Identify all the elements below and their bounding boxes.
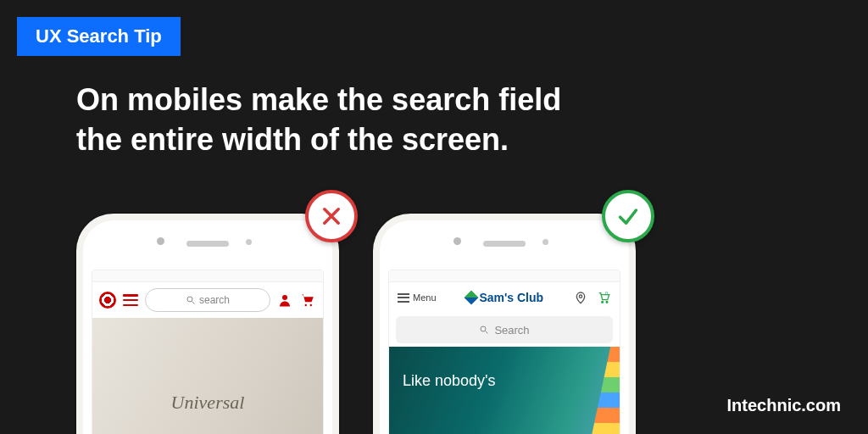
cart-icon[interactable]: 0	[596, 291, 611, 304]
svg-text:0: 0	[605, 291, 608, 296]
status-bar	[92, 270, 323, 282]
brand-diamond-icon	[465, 291, 479, 305]
account-icon[interactable]	[277, 292, 292, 308]
search-input-fullwidth[interactable]: Search	[396, 316, 613, 343]
menu-button[interactable]: Menu	[398, 292, 437, 303]
phone-camera	[157, 237, 164, 245]
search-icon	[186, 295, 196, 305]
headline: On mobiles make the search field the ent…	[76, 81, 561, 160]
example-good-phone: Menu Sam's Club 0 Search Like nobody's	[373, 214, 636, 434]
navbar-actions: 0	[574, 291, 611, 304]
svg-line-1	[192, 302, 194, 304]
app-hero: Universal	[92, 318, 323, 434]
phone-camera	[453, 237, 461, 245]
search-input-narrow[interactable]: search	[145, 288, 270, 312]
brand-logo: Sam's Club	[466, 291, 543, 304]
phone-sensor	[246, 239, 252, 245]
target-logo-icon	[99, 292, 116, 309]
verdict-bad-icon	[305, 190, 358, 242]
svg-point-0	[187, 297, 192, 302]
phone-sensor	[542, 239, 548, 245]
svg-point-8	[602, 301, 604, 303]
svg-point-9	[606, 301, 608, 303]
status-bar	[389, 270, 620, 282]
svg-point-2	[282, 295, 287, 300]
svg-point-7	[579, 295, 581, 298]
example-bad-phone: search Universal	[76, 214, 339, 434]
svg-line-12	[486, 331, 488, 334]
hero-text: Universal	[171, 392, 245, 414]
svg-point-4	[310, 304, 312, 306]
phone-body: search Universal	[83, 220, 332, 434]
location-icon[interactable]	[574, 291, 587, 304]
phone-screen: Menu Sam's Club 0 Search Like nobody's	[388, 270, 620, 434]
search-placeholder: Search	[494, 324, 529, 337]
search-placeholder: search	[199, 294, 230, 306]
phone-speaker	[186, 241, 229, 247]
app-navbar: Menu Sam's Club 0	[389, 282, 620, 313]
svg-point-11	[481, 326, 486, 331]
app-navbar: search	[92, 282, 323, 318]
phone-body: Menu Sam's Club 0 Search Like nobody's	[380, 220, 629, 434]
app-hero: Like nobody's	[389, 347, 620, 434]
hero-text: Like nobody's	[403, 372, 496, 389]
svg-point-3	[305, 304, 307, 306]
menu-icon[interactable]	[123, 294, 138, 306]
brand-name: Sam's Club	[479, 291, 543, 304]
search-icon	[479, 325, 489, 335]
phone-speaker	[483, 241, 526, 247]
cart-icon[interactable]	[299, 292, 316, 308]
menu-label: Menu	[413, 292, 437, 303]
category-badge: UX Search Tip	[17, 17, 181, 56]
verdict-good-icon	[602, 190, 654, 242]
attribution: Intechnic.com	[727, 396, 841, 415]
phone-screen: search Universal	[92, 270, 324, 434]
menu-icon	[398, 293, 409, 303]
